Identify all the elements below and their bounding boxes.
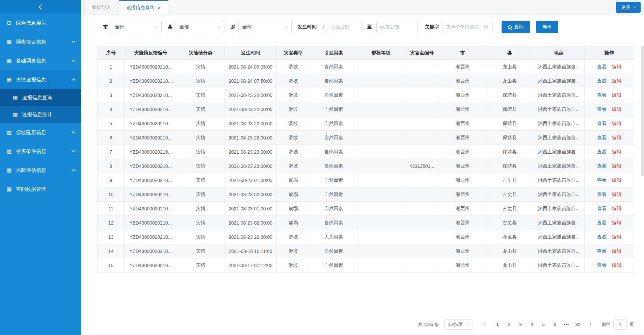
cell-location: 湘西土家族苗族自... bbox=[533, 173, 585, 187]
cell-actions: 查看编辑 bbox=[585, 102, 634, 117]
table-row: 7YZD43000020210...灾情2021-08-23 23:00:00滑… bbox=[98, 145, 634, 159]
view-link[interactable]: 查看 bbox=[597, 92, 607, 98]
search-button[interactable]: 查询 bbox=[502, 21, 530, 33]
view-link[interactable]: 查看 bbox=[597, 220, 607, 225]
cell-location: 湘西土家族苗族自... bbox=[533, 145, 585, 159]
edit-link[interactable]: 编辑 bbox=[612, 106, 621, 112]
edit-link[interactable]: 编辑 bbox=[612, 135, 621, 140]
page-button-4[interactable]: 4 bbox=[527, 320, 537, 329]
town-select[interactable]: 全部 bbox=[238, 21, 292, 33]
scrollbar-thumb[interactable] bbox=[641, 46, 644, 176]
page-button-1[interactable]: 1 bbox=[493, 320, 502, 329]
cell-type: 崩塌 bbox=[277, 216, 310, 230]
page-button-2[interactable]: 2 bbox=[504, 320, 514, 329]
edit-link[interactable]: 编辑 bbox=[612, 262, 621, 268]
sidebar-item-slope-housing[interactable]: ▦切坡建房信息 bbox=[0, 123, 81, 142]
edit-link[interactable]: 编辑 bbox=[612, 163, 621, 169]
edit-link[interactable]: 编辑 bbox=[612, 248, 621, 254]
edit-link[interactable]: 编辑 bbox=[612, 64, 621, 69]
edit-link[interactable]: 编辑 bbox=[612, 220, 621, 225]
edit-link[interactable]: 编辑 bbox=[612, 177, 621, 183]
table-row: 12YZD43000020210...灾情2021-08-23 02:00:00… bbox=[98, 216, 634, 230]
view-link[interactable]: 查看 bbox=[597, 234, 607, 239]
chevron-down-icon bbox=[72, 168, 75, 171]
edit-link[interactable]: 编辑 bbox=[612, 78, 621, 83]
tab-0[interactable]: 数据导入 bbox=[84, 0, 119, 15]
next-page-button[interactable]: › bbox=[586, 320, 595, 329]
edit-link[interactable]: 编辑 bbox=[612, 206, 621, 211]
sidebar-item-disaster-report[interactable]: ▦灾情速报信息 bbox=[0, 70, 81, 89]
cell-actions: 查看编辑 bbox=[585, 187, 634, 202]
cell-factor: 自然因素 bbox=[310, 117, 357, 131]
view-link[interactable]: 查看 bbox=[597, 262, 607, 268]
view-link[interactable]: 查看 bbox=[597, 106, 607, 112]
sidebar-subitem-report-query[interactable]: ▦速报信息查询 bbox=[0, 89, 81, 106]
table-body: 1YZD43000020210...灾情2021-08-24 09:05:00滑… bbox=[98, 60, 634, 273]
results-table-wrap: 序号灾险情反馈编号灾险情分类发生时间灾害类型引发因素规模等级灾害点编号市县地点操… bbox=[97, 46, 634, 273]
page-button-5[interactable]: 5 bbox=[539, 320, 548, 329]
chevron-down-icon bbox=[72, 130, 75, 133]
cell-location: 湘西土家族苗族自... bbox=[533, 202, 585, 216]
page-button-3[interactable]: 3 bbox=[516, 320, 525, 329]
chevron-down-icon bbox=[218, 25, 221, 28]
cell-code: YZD43000020210... bbox=[125, 117, 177, 131]
edit-link[interactable]: 编辑 bbox=[612, 234, 621, 239]
edit-link[interactable]: 编辑 bbox=[612, 149, 621, 154]
view-link[interactable]: 查看 bbox=[597, 78, 607, 83]
cell-type: 崩塌 bbox=[277, 202, 310, 216]
cell-type: 滑坡 bbox=[277, 258, 310, 273]
start-date-input[interactable] bbox=[320, 21, 363, 33]
more-button[interactable]: 更多 bbox=[616, 2, 641, 13]
sidebar-item-risk-assessment[interactable]: ▦风险评估信息 bbox=[0, 161, 81, 180]
sidebar-collapse-button[interactable] bbox=[0, 0, 81, 14]
edit-link[interactable]: 编辑 bbox=[612, 121, 621, 126]
city-select[interactable]: 全部 bbox=[111, 21, 162, 33]
cell-time: 2021-08-23 01:00:00 bbox=[224, 202, 277, 216]
view-link[interactable]: 查看 bbox=[597, 248, 607, 254]
scrollbar[interactable] bbox=[641, 16, 644, 332]
tab-1[interactable]: 速报信息查询× bbox=[119, 0, 168, 15]
keyword-input[interactable] bbox=[442, 21, 493, 33]
cell-location: 湘西土家族苗族自... bbox=[533, 117, 585, 131]
cell-location: 湘西土家族苗族自... bbox=[533, 102, 585, 117]
county-select[interactable]: 全部 bbox=[176, 21, 224, 33]
goto-page-input[interactable] bbox=[613, 319, 627, 330]
view-link[interactable]: 查看 bbox=[597, 177, 607, 183]
view-link[interactable]: 查看 bbox=[597, 121, 607, 126]
cell-no: 11 bbox=[98, 202, 125, 216]
sidebar-subitem-report-stats[interactable]: ▦速报信息统计 bbox=[0, 106, 81, 123]
close-icon[interactable]: × bbox=[158, 5, 161, 10]
view-link[interactable]: 查看 bbox=[597, 206, 607, 211]
page-button-6[interactable]: 6 bbox=[550, 320, 560, 329]
sidebar-item-basic-survey[interactable]: ▦基础调查信息 bbox=[0, 51, 81, 70]
cell-factor: 自然因素 bbox=[310, 216, 357, 230]
view-link[interactable]: 查看 bbox=[597, 135, 607, 140]
cell-actions: 查看编辑 bbox=[585, 230, 634, 244]
page-size-select[interactable]: 15条/页 bbox=[444, 319, 473, 330]
end-date-input[interactable] bbox=[376, 21, 418, 33]
table-header-row: 序号灾险情反馈编号灾险情分类发生时间灾害类型引发因素规模等级灾害点编号市县地点操… bbox=[98, 46, 634, 60]
edit-link[interactable]: 编辑 bbox=[612, 191, 621, 197]
sidebar-item-spatial-data[interactable]: ▦空间数据管理 bbox=[0, 180, 81, 199]
edit-link[interactable]: 编辑 bbox=[612, 92, 621, 98]
export-button[interactable]: 导出 bbox=[536, 21, 558, 33]
start-date-field[interactable] bbox=[330, 24, 359, 30]
cell-type: 滑坡 bbox=[277, 102, 310, 117]
view-link[interactable]: 查看 bbox=[597, 163, 607, 169]
sidebar-item-hazard-condition[interactable]: ▦孕灾条件信息 bbox=[0, 142, 81, 161]
cell-code: YZD43000020210... bbox=[125, 216, 177, 230]
sidebar-item-survey-project[interactable]: ▦调查项目信息 bbox=[0, 32, 81, 51]
sidebar-item-label: 灾情速报信息 bbox=[16, 77, 69, 83]
sidebar-item-overview[interactable]: ⊡综合信息展示 bbox=[0, 14, 81, 32]
prev-page-button[interactable]: ‹ bbox=[480, 320, 490, 329]
cell-city: 湘西州 bbox=[439, 88, 486, 102]
end-date-field[interactable] bbox=[380, 24, 414, 30]
view-link[interactable]: 查看 bbox=[597, 191, 607, 197]
table-row: 10YZD43000020210...灾情2021-08-23 02:00:00… bbox=[98, 187, 634, 202]
page-button-80[interactable]: 80 bbox=[573, 320, 583, 329]
cell-point bbox=[405, 102, 439, 117]
view-link[interactable]: 查看 bbox=[597, 149, 607, 154]
app-root: ⊡综合信息展示▦调查项目信息▦基础调查信息▦灾情速报信息▦速报信息查询▦速报信息… bbox=[0, 0, 644, 335]
view-link[interactable]: 查看 bbox=[597, 64, 607, 69]
cell-actions: 查看编辑 bbox=[585, 216, 634, 230]
